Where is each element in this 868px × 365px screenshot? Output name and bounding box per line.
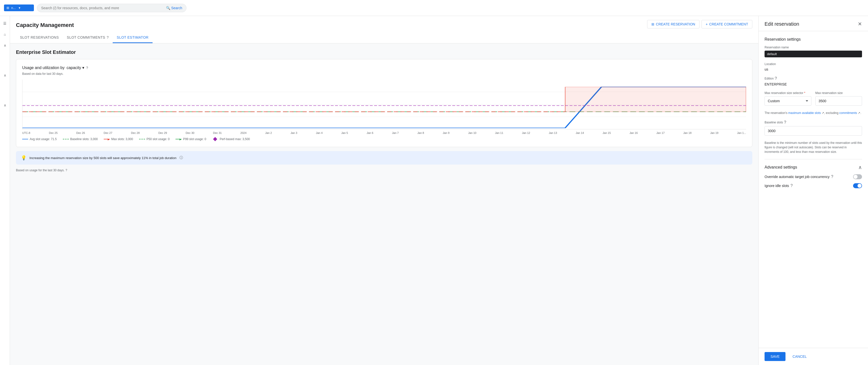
max-reservation-row: Max reservation size selector * Custom A… xyxy=(765,91,862,106)
sidebar-collapse-btn[interactable]: ☰ xyxy=(0,19,9,28)
sidebar-home-icon[interactable]: ⌂ xyxy=(0,30,9,39)
max-size-helper-text: The reservation's maximum available slot… xyxy=(765,111,862,115)
action-buttons: ⊞ CREATE RESERVATION + CREATE COMMITMENT xyxy=(647,20,752,32)
search-input[interactable] xyxy=(41,6,164,10)
chart-header: Usage and utilization by capacity ▾ ? xyxy=(22,65,746,70)
content-area: Capacity Management ⊞ CREATE RESERVATION… xyxy=(10,16,758,365)
sidebar-chevron-up-2[interactable]: ∧ xyxy=(0,71,9,80)
ignore-idle-row: Ignore idle slots ? xyxy=(765,183,862,188)
reservation-settings-heading: Reservation settings xyxy=(765,37,862,42)
max-reservation-size-input[interactable] xyxy=(815,96,862,106)
panel-footer: SAVE CANCEL xyxy=(758,348,868,365)
edit-panel-body: Reservation settings Reservation name de… xyxy=(758,31,868,348)
main-content: Enterprise Slot Estimator Usage and util… xyxy=(10,43,758,365)
legend-p99: ▶ P99 slot usage: 0 xyxy=(176,138,206,141)
tab-slot-reservations[interactable]: SLOT RESERVATIONS xyxy=(16,32,63,43)
advanced-settings-title: Advanced settings xyxy=(765,165,797,170)
legend-p50-line xyxy=(139,139,145,140)
baseline-slots-input[interactable] xyxy=(765,126,862,135)
tab-slot-commitments[interactable]: SLOT COMMITMENTS ? xyxy=(63,32,113,43)
location-value: us xyxy=(765,67,862,71)
main-layout: ☰ ⌂ ∧ ∧ ∧ Capacity Management ⊞ CREATE R… xyxy=(0,16,868,365)
edit-panel: Edit reservation ✕ Reservation settings … xyxy=(758,16,868,365)
baseline-helper-text: Baseline is the minimum number of slots … xyxy=(765,141,862,154)
tab-bar: SLOT RESERVATIONS SLOT COMMITMENTS ? SLO… xyxy=(16,32,752,43)
sidebar-chevron-up-3[interactable]: ∧ xyxy=(0,101,9,110)
tab-slot-estimator[interactable]: SLOT ESTIMATOR xyxy=(113,32,153,43)
info-text: Increasing the maximum reservation size … xyxy=(29,156,177,160)
reservation-name-label: Reservation name xyxy=(765,45,862,49)
app-dropdown-icon[interactable]: ▾ xyxy=(19,6,21,10)
edit-panel-close-btn[interactable]: ✕ xyxy=(858,21,862,27)
settings-divider xyxy=(765,159,862,159)
grid-icon: ⊞ xyxy=(6,6,9,10)
page-title: Capacity Management xyxy=(16,22,74,28)
info-banner: 💡 Increasing the maximum reservation siz… xyxy=(16,151,752,164)
legend-avg-line xyxy=(22,139,28,140)
chart-svg xyxy=(23,80,746,129)
max-available-slots-link[interactable]: maximum available slots xyxy=(788,111,821,115)
sidebar-chevron-up-1[interactable]: ∧ xyxy=(0,41,9,50)
legend-baseline-line xyxy=(63,139,69,140)
legend-avg-slot: Avg slot usage: 71.5 xyxy=(22,138,57,141)
reservation-name-value: default xyxy=(765,51,862,57)
search-bar: 🔍 Search xyxy=(37,4,186,12)
data-note-help-icon[interactable]: ? xyxy=(66,169,67,172)
edition-label: Edition ? xyxy=(765,76,862,81)
baseline-slots-field: Baseline slots ? xyxy=(765,120,862,135)
sidebar: ☰ ⌂ ∧ ∧ ∧ xyxy=(0,16,10,365)
advanced-settings-header[interactable]: Advanced settings ∧ xyxy=(765,164,862,170)
max-size-selector-select[interactable]: Custom Auto xyxy=(765,96,811,106)
dropdown-chevron-icon: ▾ xyxy=(82,65,84,70)
baseline-help-icon[interactable]: ? xyxy=(784,120,786,125)
page-header-row: Capacity Management ⊞ CREATE RESERVATION… xyxy=(16,20,752,32)
ignore-idle-help-icon[interactable]: ? xyxy=(790,183,793,188)
edition-help-icon[interactable]: ? xyxy=(775,76,777,81)
advanced-settings-chevron-icon: ∧ xyxy=(858,164,862,170)
ignore-idle-toggle[interactable] xyxy=(853,183,862,188)
override-toggle-slider xyxy=(853,174,862,179)
app-logo[interactable]: ⊞ n... ▾ xyxy=(4,4,34,11)
override-help-icon[interactable]: ? xyxy=(831,175,833,179)
edit-panel-title: Edit reservation xyxy=(765,21,799,27)
legend-max-slots: ▶ Max slots: 3,000 xyxy=(104,138,133,141)
edition-field: Edition ? ENTERPRISE xyxy=(765,76,862,86)
data-note: Based on usage for the last 30 days. ? xyxy=(16,169,752,172)
override-label: Override automatic target job concurrenc… xyxy=(765,175,833,179)
cancel-button[interactable]: CANCEL xyxy=(788,352,811,361)
legend-p99-line: ▶ xyxy=(176,139,182,140)
commitments-link[interactable]: commitments xyxy=(839,111,857,115)
svg-rect-5 xyxy=(565,87,746,112)
legend-perf-max: Perf-based max: 3,500 xyxy=(212,138,250,141)
info-help-icon[interactable]: ⓘ xyxy=(180,156,183,160)
max-reservation-size-field: Max reservation size xyxy=(815,91,862,106)
plus-icon: + xyxy=(706,22,708,26)
legend-perf-diamond xyxy=(213,137,217,141)
search-button[interactable]: 🔍 Search xyxy=(166,6,182,10)
ignore-idle-toggle-slider xyxy=(853,183,862,188)
top-bar: ⊞ n... ▾ 🔍 Search xyxy=(0,0,868,16)
chart-area xyxy=(22,80,746,129)
info-lightbulb-icon: 💡 xyxy=(21,155,26,160)
commitments-help-icon[interactable]: ? xyxy=(107,35,109,39)
max-size-selector-field: Max reservation size selector * Custom A… xyxy=(765,91,811,106)
legend-baseline: Baseline slots: 3,000 xyxy=(63,138,98,141)
chart-help-icon[interactable]: ? xyxy=(86,66,88,70)
create-commitment-btn[interactable]: + CREATE COMMITMENT xyxy=(702,20,752,28)
location-field: Location us xyxy=(765,62,862,71)
chart-legend: Avg slot usage: 71.5 Baseline slots: 3,0… xyxy=(22,138,746,141)
override-toggle[interactable] xyxy=(853,174,862,179)
create-reservation-btn[interactable]: ⊞ CREATE RESERVATION xyxy=(647,20,700,28)
save-button[interactable]: SAVE xyxy=(765,352,785,361)
chart-subtitle: Based on data for last 30 days. xyxy=(22,72,746,75)
chart-title-text: Usage and utilization by xyxy=(22,66,65,70)
estimator-title: Enterprise Slot Estimator xyxy=(16,49,752,55)
reservation-name-field: Reservation name default xyxy=(765,45,862,57)
max-size-selector-label: Max reservation size selector * xyxy=(765,91,811,95)
chart-groupby-dropdown[interactable]: capacity ▾ xyxy=(67,65,84,70)
legend-max-line: ▶ xyxy=(104,139,110,140)
app-name: n... xyxy=(11,6,16,10)
x-axis-labels: UTC-8 Dec 25 Dec 26 Dec 27 Dec 28 Dec 29… xyxy=(22,131,746,134)
baseline-slots-label: Baseline slots ? xyxy=(765,120,862,125)
ignore-idle-label: Ignore idle slots ? xyxy=(765,183,793,188)
